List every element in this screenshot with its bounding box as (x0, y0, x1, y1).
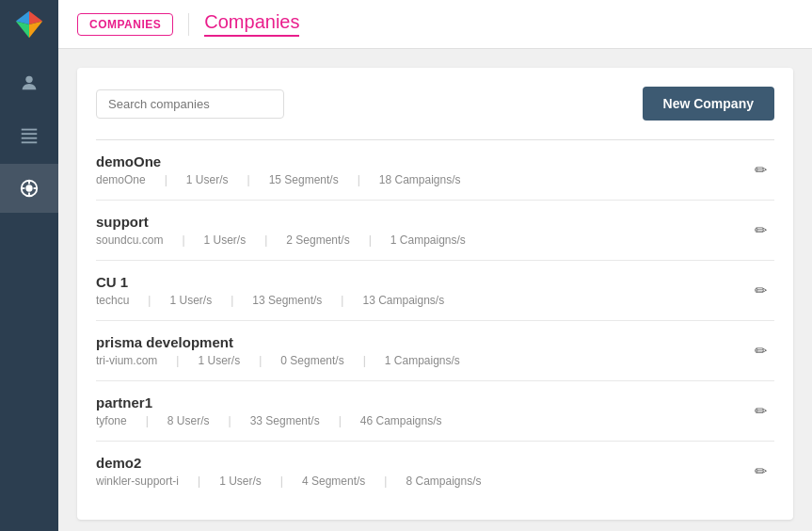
company-users: 1 User/s (177, 173, 238, 186)
svg-rect-6 (22, 129, 38, 131)
company-campaigns: 13 Campaigns/s (353, 294, 454, 307)
content-area: New Company demoOne demoOne | 1 User/s |… (58, 49, 812, 531)
meta-sep-2: | (221, 294, 243, 307)
meta-sep-1: | (167, 354, 188, 367)
company-domain: tri-vium.com (96, 354, 167, 367)
company-segments: 0 Segment/s (271, 354, 353, 367)
company-info: demo2 winkler-support-i | 1 User/s | 4 S… (96, 455, 747, 488)
company-users: 1 User/s (188, 354, 249, 367)
company-users: 1 User/s (160, 294, 221, 307)
top-navigation: COMPANIES Companies (58, 0, 812, 49)
company-info: support soundcu.com | 1 User/s | 2 Segme… (96, 214, 747, 247)
company-meta: tri-vium.com | 1 User/s | 0 Segment/s | … (96, 354, 747, 367)
company-name: CU 1 (96, 274, 747, 290)
company-segments: 4 Segment/s (293, 475, 374, 488)
company-row: demo2 winkler-support-i | 1 User/s | 4 S… (96, 442, 774, 501)
svg-point-5 (25, 76, 32, 83)
page-title: Companies (204, 11, 299, 37)
company-segments: 33 Segment/s (241, 414, 329, 427)
company-name: partner1 (96, 394, 747, 410)
analytics-icon (17, 176, 41, 201)
company-meta: winkler-support-i | 1 User/s | 4 Segment… (96, 475, 747, 488)
meta-sep-2: | (249, 354, 271, 367)
company-campaigns: 46 Campaigns/s (351, 414, 452, 427)
meta-sep-1: | (155, 173, 177, 186)
app-logo-icon (14, 9, 44, 40)
company-campaigns: 1 Campaigns/s (381, 233, 475, 247)
new-company-button[interactable]: New Company (643, 87, 774, 121)
edit-company-button[interactable]: ✏ (747, 159, 774, 182)
company-domain: tyfone (96, 414, 136, 427)
company-meta: techcu | 1 User/s | 13 Segment/s | 13 Ca… (96, 294, 747, 307)
meta-sep-2: | (255, 233, 277, 247)
company-row: prisma development tri-vium.com | 1 User… (96, 321, 774, 381)
svg-point-10 (25, 185, 32, 191)
sidebar-item-people[interactable] (0, 58, 58, 107)
lists-icon (17, 123, 41, 148)
meta-sep-1: | (136, 414, 158, 427)
companies-card: New Company demoOne demoOne | 1 User/s |… (77, 68, 793, 520)
svg-rect-9 (22, 141, 38, 143)
company-domain: soundcu.com (96, 233, 172, 247)
meta-sep-3: | (348, 173, 370, 186)
meta-sep-1: | (188, 475, 210, 488)
company-info: CU 1 techcu | 1 User/s | 13 Segment/s | … (96, 274, 747, 307)
company-name: prisma development (96, 334, 747, 350)
toolbar: New Company (96, 87, 774, 121)
search-input[interactable] (96, 89, 284, 119)
edit-company-button[interactable]: ✏ (747, 400, 774, 423)
meta-sep-3: | (331, 294, 353, 307)
edit-company-button[interactable]: ✏ (747, 460, 774, 483)
edit-company-button[interactable]: ✏ (747, 340, 774, 362)
company-users: 8 User/s (158, 414, 219, 427)
main-content: COMPANIES Companies New Company demoOne … (58, 0, 812, 531)
people-icon (17, 71, 41, 95)
breadcrumb-tag[interactable]: COMPANIES (77, 13, 173, 36)
company-campaigns: 8 Campaigns/s (396, 475, 490, 488)
company-info: demoOne demoOne | 1 User/s | 15 Segment/… (96, 153, 747, 186)
company-meta: tyfone | 8 User/s | 33 Segment/s | 46 Ca… (96, 414, 747, 427)
sidebar-navigation (0, 58, 58, 213)
company-name: demoOne (96, 153, 747, 169)
company-name: demo2 (96, 455, 747, 471)
logo[interactable] (0, 0, 58, 49)
company-row: support soundcu.com | 1 User/s | 2 Segme… (96, 201, 774, 261)
company-info: partner1 tyfone | 8 User/s | 33 Segment/… (96, 394, 747, 427)
meta-sep-2: | (219, 414, 241, 427)
company-users: 1 User/s (210, 475, 271, 488)
companies-list: demoOne demoOne | 1 User/s | 15 Segment/… (96, 139, 774, 501)
meta-sep-2: | (271, 475, 293, 488)
company-campaigns: 1 Campaigns/s (375, 354, 470, 367)
meta-sep-2: | (238, 173, 260, 186)
meta-sep-3: | (374, 475, 396, 488)
company-domain: winkler-support-i (96, 475, 188, 488)
svg-rect-7 (22, 133, 38, 135)
meta-sep-1: | (138, 294, 160, 307)
company-row: CU 1 techcu | 1 User/s | 13 Segment/s | … (96, 261, 774, 321)
company-users: 1 User/s (195, 233, 256, 247)
company-name: support (96, 214, 747, 230)
edit-company-button[interactable]: ✏ (747, 219, 774, 242)
company-segments: 2 Segment/s (277, 233, 358, 247)
meta-sep-3: | (354, 354, 375, 367)
company-row: partner1 tyfone | 8 User/s | 33 Segment/… (96, 381, 774, 442)
company-row: demoOne demoOne | 1 User/s | 15 Segment/… (96, 140, 774, 201)
meta-sep-1: | (172, 233, 194, 247)
company-segments: 15 Segment/s (260, 173, 348, 186)
company-campaigns: 18 Campaigns/s (370, 173, 470, 186)
svg-rect-8 (22, 137, 38, 139)
meta-sep-3: | (329, 414, 351, 427)
meta-sep-3: | (359, 233, 381, 247)
sidebar-item-analytics[interactable] (0, 164, 58, 213)
company-meta: soundcu.com | 1 User/s | 2 Segment/s | 1… (96, 233, 747, 247)
company-domain: techcu (96, 294, 138, 307)
edit-company-button[interactable]: ✏ (747, 280, 774, 302)
company-segments: 13 Segment/s (243, 294, 331, 307)
nav-separator (188, 13, 189, 36)
sidebar-item-lists[interactable] (0, 111, 58, 160)
company-domain: demoOne (96, 173, 155, 186)
company-info: prisma development tri-vium.com | 1 User… (96, 334, 747, 367)
sidebar (0, 0, 58, 531)
company-meta: demoOne | 1 User/s | 15 Segment/s | 18 C… (96, 173, 747, 186)
